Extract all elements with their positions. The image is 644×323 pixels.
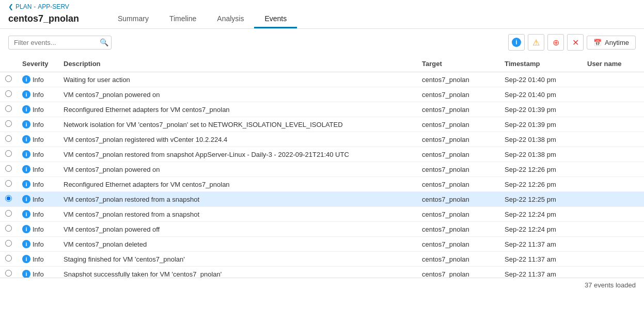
row-description-cell: VM centos7_pnolan restored from a snapsh…: [58, 207, 417, 222]
breadcrumb-appserv[interactable]: APP-SERV: [38, 3, 69, 10]
table-row: i Info VM centos7_pnolan restored from s…: [0, 147, 644, 162]
row-radio-input[interactable]: [5, 210, 12, 217]
row-severity-cell: i Info: [17, 207, 58, 222]
row-radio-cell[interactable]: [0, 117, 17, 132]
row-severity-cell: i Info: [17, 102, 58, 117]
row-target-cell: centos7_pnolan: [417, 252, 499, 267]
row-username-cell: [582, 237, 644, 252]
row-severity-label: Info: [33, 255, 44, 263]
search-button[interactable]: 🔍: [100, 38, 108, 46]
breadcrumb-separator: -: [34, 3, 36, 10]
anytime-button[interactable]: 📅 Anytime: [587, 36, 636, 50]
page-title: centos7_pnolan: [8, 13, 91, 28]
row-timestamp-cell: Sep-22 01:40 pm: [499, 72, 582, 87]
table-row: i Info VM centos7_pnolan powered off cen…: [0, 222, 644, 237]
row-description-cell: VM centos7_pnolan restored from a snapsh…: [58, 192, 417, 207]
table-row: i Info Reconfigured Ethernet adapters fo…: [0, 177, 644, 192]
info-severity-icon: i: [22, 240, 30, 248]
row-radio-cell[interactable]: [0, 237, 17, 252]
filter-input-wrap: 🔍: [8, 36, 112, 50]
info-severity-icon: i: [22, 225, 30, 233]
col-header-radio: [0, 56, 17, 72]
tab-analysis[interactable]: Analysis: [207, 10, 254, 28]
table-row: i Info VM centos7_pnolan deleted centos7…: [0, 237, 644, 252]
row-radio-cell[interactable]: [0, 132, 17, 147]
row-radio-input[interactable]: [5, 180, 12, 187]
events-loaded-count: 37 events loaded: [585, 281, 636, 289]
row-description-cell: VM centos7_pnolan powered off: [58, 222, 417, 237]
row-radio-input[interactable]: [5, 75, 12, 82]
row-radio-cell[interactable]: [0, 162, 17, 177]
row-timestamp-cell: Sep-22 01:40 pm: [499, 87, 582, 102]
row-radio-input[interactable]: [5, 120, 12, 127]
tab-timeline[interactable]: Timeline: [159, 10, 207, 28]
table-row: i Info VM centos7_pnolan restored from a…: [0, 207, 644, 222]
row-severity-label: Info: [33, 151, 44, 158]
filter-close-button[interactable]: ✕: [567, 34, 584, 51]
row-radio-input[interactable]: [5, 195, 12, 202]
row-radio-input[interactable]: [5, 225, 12, 232]
row-timestamp-cell: Sep-22 11:37 am: [499, 237, 582, 252]
row-radio-cell[interactable]: [0, 147, 17, 162]
table-row: i Info VM centos7_pnolan restored from a…: [0, 192, 644, 207]
filter-input[interactable]: [8, 36, 112, 50]
row-username-cell: [582, 207, 644, 222]
row-radio-input[interactable]: [5, 150, 12, 157]
row-timestamp-cell: Sep-22 12:25 pm: [499, 192, 582, 207]
row-radio-input[interactable]: [5, 90, 12, 97]
row-severity-cell: i Info: [17, 252, 58, 267]
row-severity-label: Info: [33, 91, 44, 99]
row-radio-cell[interactable]: [0, 102, 17, 117]
row-target-cell: centos7_pnolan: [417, 192, 499, 207]
row-radio-input[interactable]: [5, 240, 12, 247]
breadcrumb-plan[interactable]: PLAN: [15, 3, 32, 10]
row-target-cell: centos7_pnolan: [417, 147, 499, 162]
table-row: i Info Reconfigured Ethernet adapters fo…: [0, 102, 644, 117]
row-description-cell: Reconfigured Ethernet adapters for VM ce…: [58, 102, 417, 117]
info-severity-icon: i: [22, 195, 30, 203]
error-icon: ⊕: [553, 38, 559, 47]
filter-info-button[interactable]: i: [508, 34, 525, 51]
row-radio-cell[interactable]: [0, 192, 17, 207]
events-table-wrap: Severity Description Target Timestamp Us…: [0, 56, 644, 278]
info-severity-icon: i: [22, 165, 30, 173]
row-radio-cell[interactable]: [0, 222, 17, 237]
row-target-cell: centos7_pnolan: [417, 87, 499, 102]
filter-error-button[interactable]: ⊕: [547, 34, 564, 51]
row-radio-input[interactable]: [5, 105, 12, 112]
row-severity-cell: i Info: [17, 117, 58, 132]
table-row: i Info Snapshot successfully taken for V…: [0, 267, 644, 278]
info-severity-icon: i: [22, 105, 30, 114]
row-radio-cell[interactable]: [0, 267, 17, 278]
row-severity-label: Info: [33, 166, 44, 173]
row-radio-cell[interactable]: [0, 87, 17, 102]
row-radio-cell[interactable]: [0, 72, 17, 87]
row-radio-cell[interactable]: [0, 252, 17, 267]
anytime-label: Anytime: [605, 39, 629, 46]
col-header-severity: Severity: [17, 56, 58, 72]
row-severity-cell: i Info: [17, 237, 58, 252]
row-target-cell: centos7_pnolan: [417, 117, 499, 132]
row-description-cell: Staging finished for VM 'centos7_pnolan': [58, 252, 417, 267]
tab-summary[interactable]: Summary: [107, 10, 159, 28]
row-timestamp-cell: Sep-22 01:38 pm: [499, 132, 582, 147]
col-header-username: User name: [582, 56, 644, 72]
row-timestamp-cell: Sep-22 12:24 pm: [499, 207, 582, 222]
filter-warning-button[interactable]: ⚠: [528, 34, 544, 51]
row-username-cell: [582, 222, 644, 237]
row-severity-label: Info: [33, 225, 44, 233]
row-radio-input[interactable]: [5, 270, 12, 277]
row-target-cell: centos7_pnolan: [417, 102, 499, 117]
info-severity-icon: i: [22, 270, 30, 278]
tab-bar: Summary Timeline Analysis Events: [107, 10, 297, 28]
row-radio-input[interactable]: [5, 255, 12, 262]
row-radio-cell[interactable]: [0, 177, 17, 192]
row-radio-input[interactable]: [5, 165, 12, 172]
row-radio-cell[interactable]: [0, 207, 17, 222]
breadcrumb[interactable]: ❮ PLAN - APP-SERV: [8, 3, 91, 10]
row-radio-input[interactable]: [5, 135, 12, 142]
row-target-cell: centos7_pnolan: [417, 177, 499, 192]
tab-events[interactable]: Events: [254, 10, 297, 28]
row-description-cell: VM centos7_pnolan registered with vCente…: [58, 132, 417, 147]
info-severity-icon: i: [22, 75, 30, 84]
